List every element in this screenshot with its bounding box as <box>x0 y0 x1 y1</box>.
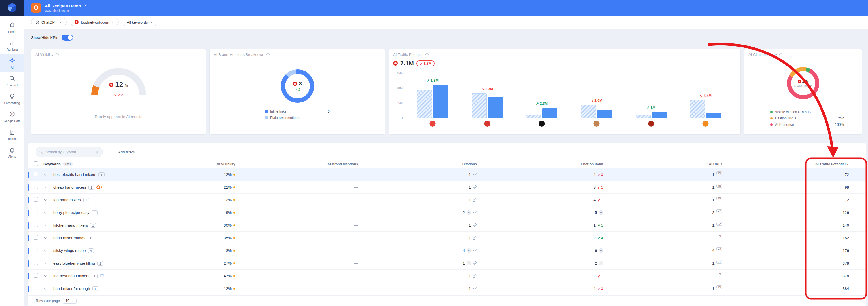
table-row[interactable]: the best hand mixers147%—12↙ 112378 <box>28 270 866 282</box>
keyword-text[interactable]: cheap hand mixers <box>53 185 86 190</box>
row-checkbox[interactable] <box>34 273 38 277</box>
link-icon[interactable] <box>473 210 477 215</box>
column-header-ai-urls[interactable]: AI URLs <box>709 162 722 166</box>
row-expand-chevron[interactable] <box>43 261 53 265</box>
table-row[interactable]: best electric hand mixers112%—14↙ 311972 <box>28 168 866 181</box>
row-checkbox[interactable] <box>34 197 38 202</box>
link-icon[interactable] <box>473 172 477 177</box>
link-icon[interactable] <box>473 248 477 253</box>
link-icon[interactable] <box>473 198 477 202</box>
keyword-text[interactable]: berry pie recipe easy <box>53 210 89 215</box>
table-row[interactable]: berry pie recipe easy29%—2+5+222126 <box>28 206 866 219</box>
row-expand-chevron[interactable] <box>43 224 53 227</box>
keyword-text[interactable]: hand mixer for dough <box>53 286 90 291</box>
table-row[interactable]: hand mixer for dough112%—14↙ 3119384 <box>28 282 866 295</box>
table-row[interactable]: easy blueberry pie filling127%—1+2+12137… <box>28 257 866 270</box>
sidebar-item-home[interactable]: Home <box>0 19 24 36</box>
ai-urls-cell[interactable]: 121 <box>712 261 722 265</box>
info-icon[interactable] <box>55 53 59 57</box>
table-row[interactable]: hand mixer ratings135%—12↗ 413162 <box>28 232 866 244</box>
column-header-citation-rank[interactable]: Citation Rank <box>581 162 603 166</box>
keyword-search[interactable] <box>36 147 103 157</box>
link-icon[interactable] <box>473 185 477 190</box>
legend-item[interactable]: Plain text mentions— <box>265 114 330 121</box>
citations-cell[interactable]: 1+ <box>463 261 477 265</box>
citations-cell[interactable]: 1 <box>469 286 477 291</box>
info-icon[interactable] <box>779 53 783 57</box>
add-filters-button[interactable]: + Add filters <box>114 149 135 155</box>
row-checkbox[interactable] <box>34 223 38 227</box>
row-checkbox[interactable] <box>34 210 38 214</box>
legend-item[interactable]: AI Presence100% <box>770 122 844 128</box>
sidebar-item-ai[interactable]: AI <box>0 54 24 72</box>
sidebar-item-reports[interactable]: Reports <box>0 126 24 144</box>
row-expand-chevron[interactable] <box>43 185 53 189</box>
info-icon[interactable] <box>425 53 429 57</box>
ai-urls-cell[interactable]: 119 <box>712 198 722 202</box>
ai-urls-cell[interactable]: 119 <box>712 286 722 291</box>
table-row[interactable]: sticky wings recipe43%—4+6+423176 <box>28 244 866 257</box>
keyword-text[interactable]: top hand mixers <box>53 198 81 202</box>
row-expand-chevron[interactable] <box>43 274 53 278</box>
rows-per-page-select[interactable]: 10 <box>63 298 76 304</box>
keyword-text[interactable]: hand mixer ratings <box>53 236 85 240</box>
chevron-down-icon[interactable] <box>84 3 88 8</box>
ai-urls-cell[interactable]: 13 <box>714 236 722 240</box>
sidebar-item-research[interactable]: Research <box>0 72 24 90</box>
column-header-ai-brand-mentions[interactable]: AI Brand Mentions <box>328 162 358 166</box>
citations-cell[interactable]: 1 <box>469 172 477 177</box>
link-icon[interactable] <box>473 261 477 265</box>
sidebar-item-alerts[interactable]: Alerts <box>0 144 24 162</box>
ai-urls-cell[interactable]: 423 <box>712 248 722 253</box>
row-expand-chevron[interactable] <box>43 287 53 291</box>
citations-cell[interactable]: 4+ <box>463 248 477 253</box>
domain-filter-chip[interactable]: foodnetwork.com <box>70 18 119 27</box>
citations-cell[interactable]: 1 <box>469 223 477 228</box>
search-input[interactable] <box>45 150 93 154</box>
column-header-ai-traffic-potential[interactable]: AI Traffic Potential▲ <box>815 162 849 166</box>
citations-cell[interactable]: 1 <box>469 185 477 190</box>
link-icon[interactable] <box>473 286 477 291</box>
row-expand-chevron[interactable] <box>43 198 53 202</box>
link-icon[interactable] <box>473 236 477 240</box>
keyword-text[interactable]: the best hand mixers <box>53 274 89 278</box>
project-meta[interactable]: All Recipes Demo www.allrecipes.com <box>44 3 88 12</box>
select-all-checkbox[interactable] <box>34 162 38 166</box>
external-link-icon[interactable] <box>808 110 811 114</box>
row-expand-chevron[interactable] <box>43 236 53 240</box>
table-row[interactable]: top hand mixers112%—14↙ 1119112 <box>28 194 866 206</box>
ai-urls-cell[interactable]: 119 <box>712 172 722 177</box>
column-header-citations[interactable]: Citations <box>462 162 477 166</box>
citations-cell[interactable]: 1 <box>469 236 477 240</box>
ai-urls-cell[interactable]: 222 <box>712 210 722 215</box>
info-icon[interactable] <box>266 53 270 57</box>
row-checkbox[interactable] <box>34 184 38 189</box>
row-checkbox[interactable] <box>34 261 38 265</box>
legend-item[interactable]: Inline links3 <box>265 108 330 114</box>
keywords-column-header[interactable]: Keywords <box>43 162 61 166</box>
engine-filter-chip[interactable]: ChatGPT <box>31 18 66 27</box>
keyword-text[interactable]: kitchen hand mixers <box>53 223 88 228</box>
citations-cell[interactable]: 1 <box>469 274 477 278</box>
row-expand-chevron[interactable] <box>43 211 53 214</box>
sidebar-item-forecasting[interactable]: Forecasting <box>0 90 24 108</box>
legend-item[interactable]: Citation URLs252 <box>770 115 844 122</box>
citations-cell[interactable]: 2+ <box>463 210 477 215</box>
row-checkbox[interactable] <box>34 248 38 252</box>
table-row[interactable]: cheap hand mixers1221%—13↙ 111998 <box>28 181 866 194</box>
app-logo[interactable] <box>0 0 24 15</box>
link-icon[interactable] <box>473 274 477 278</box>
citations-cell[interactable]: 1 <box>469 198 477 202</box>
sidebar-item-google-data[interactable]: GGoogle Data <box>0 108 24 126</box>
keywords-filter-chip[interactable]: All keywords <box>123 18 157 27</box>
legend-item[interactable]: Visible citation URLs <box>770 109 844 115</box>
keyword-text[interactable]: sticky wings recipe <box>53 248 86 253</box>
link-icon[interactable] <box>473 223 477 228</box>
filter-sliders-icon[interactable] <box>95 150 99 154</box>
ai-urls-cell[interactable]: 119 <box>712 185 722 190</box>
kpi-toggle-switch[interactable] <box>62 35 73 41</box>
keyword-text[interactable]: best electric hand mixers <box>53 172 96 177</box>
row-checkbox[interactable] <box>34 172 38 176</box>
table-row[interactable]: kitchen hand mixers130%—11↗ 1122140 <box>28 219 866 232</box>
row-expand-chevron[interactable] <box>43 249 53 252</box>
